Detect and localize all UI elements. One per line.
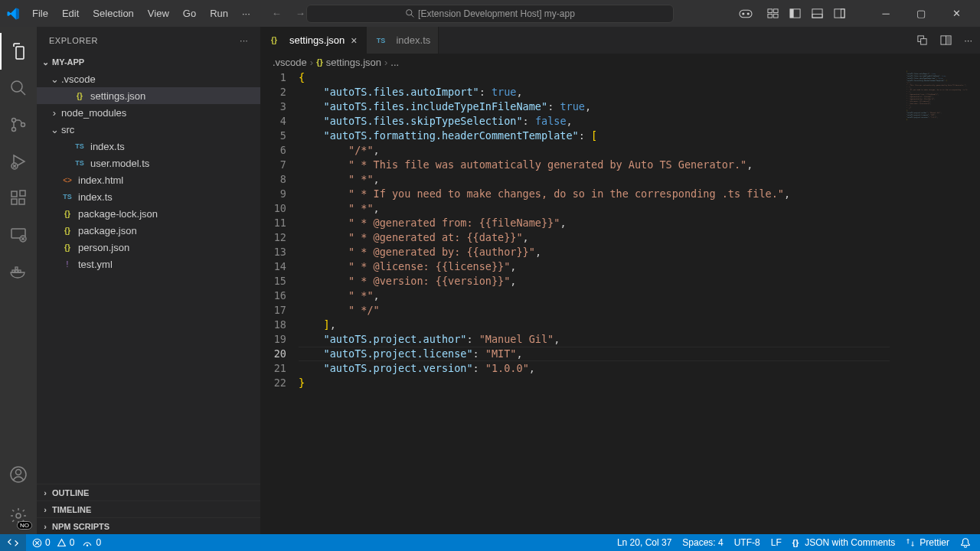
status-errors[interactable]: 0 0 (32, 537, 74, 548)
panel-outline[interactable]: › OUTLINE (37, 484, 260, 500)
activity-search[interactable] (0, 70, 37, 106)
explorer-root[interactable]: ⌄ MY-APP (37, 54, 260, 70)
svg-rect-5 (768, 9, 773, 13)
tree-folder[interactable]: ›node_modules (37, 104, 260, 121)
activity-remote-explorer[interactable] (0, 217, 37, 253)
menu-run[interactable]: Run (204, 5, 234, 22)
status-ports[interactable]: 0 (82, 537, 101, 548)
tabs: {}settings.json×TSindex.ts ··· (260, 27, 980, 54)
menu-···[interactable]: ··· (236, 5, 256, 22)
tree-folder[interactable]: ⌄src (37, 121, 260, 138)
status-eol[interactable]: LF (771, 537, 782, 548)
status-spaces[interactable]: Spaces: 4 (682, 537, 723, 548)
window-minimize[interactable]: ─ (868, 0, 903, 27)
tab-settings-json[interactable]: {}settings.json× (260, 27, 367, 54)
tree-label: index.ts (90, 141, 125, 152)
layout-sidebar-left-icon[interactable] (789, 8, 801, 19)
tree-label: package.json (78, 225, 137, 236)
svg-rect-24 (20, 191, 25, 196)
chevron-down-icon: ⌄ (40, 57, 51, 67)
tree-file[interactable]: TSindex.ts (37, 138, 260, 155)
svg-point-32 (16, 470, 21, 475)
svg-rect-35 (921, 39, 927, 45)
tree-label: index.ts (78, 191, 113, 203)
tree-label: person.json (78, 242, 129, 253)
tree-file[interactable]: {}package.json (37, 222, 260, 239)
vscode-logo-icon (6, 7, 20, 21)
activity-docker[interactable] (0, 253, 37, 290)
status-encoding[interactable]: UTF-8 (734, 537, 760, 548)
nav-forward-icon[interactable]: → (296, 8, 305, 19)
status-prettier[interactable]: Prettier (906, 537, 949, 548)
activity-explorer[interactable] (0, 33, 37, 70)
tree-label: index.html (78, 174, 123, 186)
command-center[interactable]: [Extension Development Host] my-app (306, 5, 674, 23)
tree-file[interactable]: TSindex.ts (37, 188, 260, 205)
breadcrumb-segment[interactable]: ... (390, 57, 399, 68)
command-center-text: [Extension Development Host] my-app (418, 8, 575, 19)
panel-npm-scripts[interactable]: › NPM SCRIPTS (37, 517, 260, 534)
split-editor-icon[interactable] (940, 34, 952, 46)
activity-run-debug[interactable] (0, 143, 37, 180)
remote-indicator[interactable] (0, 534, 26, 551)
status-language[interactable]: {}JSON with Comments (792, 537, 896, 548)
close-icon[interactable]: × (349, 34, 358, 47)
tree-file[interactable]: <>index.html (37, 171, 260, 188)
svg-point-3 (742, 12, 744, 15)
menu-edit[interactable]: Edit (56, 5, 85, 22)
menu-go[interactable]: Go (177, 5, 202, 22)
tab-more-icon[interactable]: ··· (964, 34, 972, 46)
activity-account[interactable] (0, 456, 37, 493)
tree-file[interactable]: TSuser.model.ts (37, 155, 260, 171)
layout-sidebar-right-icon[interactable] (834, 8, 845, 19)
sidebar-more-icon[interactable]: ··· (240, 36, 248, 45)
tree-label: src (61, 124, 74, 135)
explorer-root-label: MY-APP (52, 57, 84, 67)
nav-back-icon[interactable]: ← (272, 8, 282, 19)
svg-rect-22 (11, 199, 17, 204)
svg-rect-11 (812, 9, 822, 18)
status-notifications-icon[interactable] (960, 537, 971, 548)
svg-point-4 (747, 12, 750, 15)
layout-panel-icon[interactable] (812, 8, 823, 19)
titlebar: FileEditSelectionViewGoRun··· ← → [Exten… (0, 0, 980, 27)
statusbar: 0 0 0 Ln 20, Col 37 Spaces: 4 UTF-8 LF {… (0, 534, 980, 551)
tree-folder[interactable]: ⌄.vscode (37, 70, 260, 87)
activity-settings[interactable]: NO (0, 497, 37, 534)
menu-selection[interactable]: Selection (87, 5, 139, 22)
compare-changes-icon[interactable] (916, 34, 928, 46)
menu-view[interactable]: View (142, 5, 175, 22)
svg-point-33 (16, 514, 21, 518)
chevron-right-icon: › (384, 57, 387, 68)
tree-label: settings.json (90, 90, 145, 102)
layout-customize-icon[interactable] (767, 8, 779, 19)
tree-file[interactable]: {}settings.json (37, 87, 260, 104)
code-content[interactable]: { "autoTS.files.autoImport": true, "auto… (299, 70, 980, 534)
activity-extensions[interactable] (0, 180, 37, 217)
tree-file[interactable]: !test.yml (37, 256, 260, 272)
activity-scm[interactable] (0, 106, 37, 143)
svg-rect-14 (841, 9, 844, 18)
chevron-right-icon: › (40, 505, 51, 514)
svg-rect-23 (19, 199, 24, 204)
tab-index-ts[interactable]: TSindex.ts (367, 27, 439, 54)
breadcrumb-segment[interactable]: .vscode (273, 57, 307, 68)
tree-file[interactable]: {}person.json (37, 239, 260, 256)
menu-file[interactable]: File (26, 5, 54, 22)
svg-rect-10 (790, 9, 794, 18)
svg-rect-2 (740, 10, 752, 18)
svg-point-40 (87, 544, 88, 546)
minimap[interactable]: { "autoTS.files.autoImport": true, "auto… (906, 70, 968, 139)
breadcrumb-segment[interactable]: settings.json (326, 57, 381, 68)
code-editor[interactable]: 12345678910111213141516171819202122 { "a… (260, 70, 980, 534)
panel-timeline[interactable]: › TIMELINE (37, 500, 260, 517)
breadcrumb[interactable]: .vscode › {} settings.json › ... (260, 54, 980, 70)
window-close[interactable]: ✕ (939, 0, 974, 27)
window-maximize[interactable]: ▢ (903, 0, 939, 27)
copilot-icon[interactable] (738, 8, 753, 20)
svg-rect-38 (947, 37, 951, 44)
tree-file[interactable]: {}package-lock.json (37, 205, 260, 222)
tree-label: package-lock.json (78, 208, 158, 220)
status-position[interactable]: Ln 20, Col 37 (617, 537, 671, 548)
chevron-down-icon: ⌄ (49, 124, 60, 135)
